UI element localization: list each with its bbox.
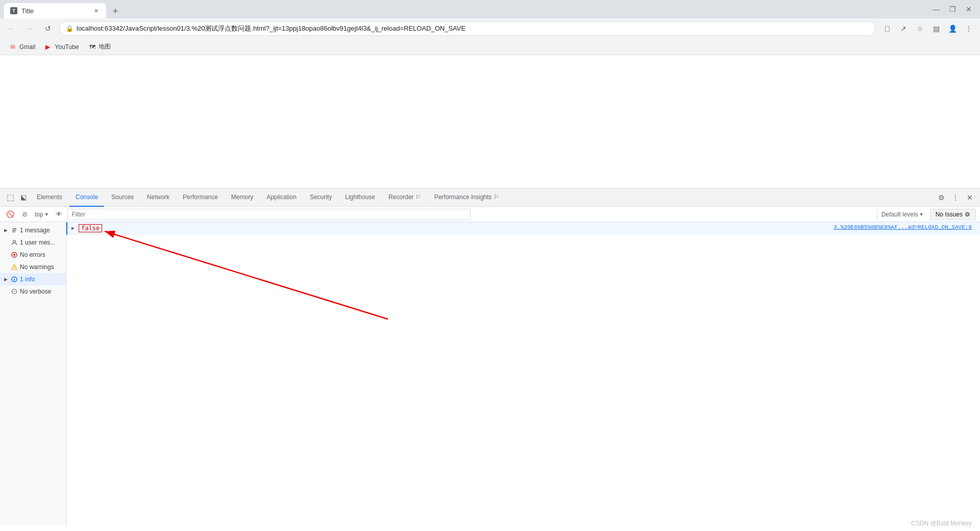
user-messages-icon xyxy=(11,239,18,246)
bookmark-maps[interactable]: 🗺 地图 xyxy=(85,41,115,52)
page-content xyxy=(0,55,980,188)
tab-application[interactable]: Application xyxy=(260,188,303,207)
bookmark-gmail[interactable]: ✉ Gmail xyxy=(6,42,39,52)
no-issues-settings-icon: ⚙ xyxy=(965,211,970,218)
tab-favicon: T xyxy=(10,7,17,14)
context-dropdown-icon: ▼ xyxy=(44,212,49,217)
tab-bar: T Title ✕ + xyxy=(4,0,122,18)
tab-console[interactable]: Console xyxy=(69,188,104,207)
console-source-link[interactable]: 3.%20E6%B5%8B%E8%AF...ad=RELOAD_ON_SAVE:… xyxy=(834,224,972,230)
annotation-arrow xyxy=(66,222,980,525)
bookmark-youtube-label: YouTube xyxy=(55,43,79,51)
tab-close-button[interactable]: ✕ xyxy=(92,7,100,15)
profile-icon[interactable]: 👤 xyxy=(945,21,960,36)
svg-point-9 xyxy=(14,268,14,269)
address-bar: ← → ↺ 🔒 localhost:63342/JavaScript/lesso… xyxy=(0,18,980,39)
bookmark-gmail-label: Gmail xyxy=(19,43,35,51)
row-expand-icon: ▶ xyxy=(71,225,77,231)
console-row-false: ▶ false 3.%20E6%B5%8B%E8%AF...ad=RELOAD_… xyxy=(66,222,980,235)
close-button[interactable]: ✕ xyxy=(962,2,976,16)
forward-button[interactable]: → xyxy=(22,21,37,36)
browser-window: T Title ✕ + — ❐ ✕ ← → ↺ 🔒 localhost:6334… xyxy=(0,0,980,55)
console-filter-icon[interactable]: ⊘ xyxy=(18,208,31,221)
tab-security[interactable]: Security xyxy=(304,188,338,207)
reload-button[interactable]: ↺ xyxy=(41,21,55,36)
tab-sources[interactable]: Sources xyxy=(105,188,140,207)
device-toolbar-icon[interactable]: ⬕ xyxy=(17,191,30,204)
url-bar[interactable]: 🔒 localhost:63342/JavaScript/lesson01/3.… xyxy=(59,21,876,36)
clear-console-icon[interactable]: 🚫 xyxy=(4,208,16,221)
verbose-icon xyxy=(11,288,18,295)
expand-info-icon: ▶ xyxy=(4,277,8,282)
default-levels-label: Default levels xyxy=(881,211,918,218)
no-issues-badge[interactable]: No Issues ⚙ xyxy=(930,209,976,220)
errors-label: No errors xyxy=(20,251,45,258)
tab-network[interactable]: Network xyxy=(141,188,176,207)
tab-elements[interactable]: Elements xyxy=(31,188,68,207)
tab-performance-insights[interactable]: Performance insights ⚐ xyxy=(428,188,505,207)
maximize-button[interactable]: ❐ xyxy=(945,2,960,16)
eye-icon[interactable]: 👁 xyxy=(53,208,65,221)
menu-icon[interactable]: ⋮ xyxy=(962,21,976,36)
console-sidebar: ▶ 1 message ▶ 1 xyxy=(0,222,66,525)
settings-icon[interactable]: ⚙ xyxy=(935,191,947,204)
devtools-panel: ⬚ ⬕ Elements Console Sources Network Per… xyxy=(0,188,980,525)
maps-icon: 🗺 xyxy=(89,43,96,51)
devtools-toolbar: 🚫 ⊘ top ▼ 👁 Default levels ▼ No Issues ⚙ xyxy=(0,207,980,222)
sidebar-item-info[interactable]: ▶ 1 info xyxy=(0,273,66,285)
sidebar-item-messages[interactable]: ▶ 1 message xyxy=(0,224,66,236)
window-controls: — ❐ ✕ xyxy=(929,2,976,16)
new-tab-button[interactable]: + xyxy=(108,4,122,18)
filter-input[interactable] xyxy=(68,209,470,220)
tab-title: Title xyxy=(21,7,88,15)
minimize-button[interactable]: — xyxy=(929,2,943,16)
tab-recorder[interactable]: Recorder ⚐ xyxy=(382,188,427,207)
bookmarks-bar: ✉ Gmail ▶ YouTube 🗺 地图 xyxy=(0,39,980,55)
sidebar-item-warnings[interactable]: ▶ No warnings xyxy=(0,261,66,273)
no-issues-label: No Issues xyxy=(936,211,963,218)
svg-line-16 xyxy=(12,289,13,290)
address-actions: ⎕ ↗ ☆ ▤ 👤 ⋮ xyxy=(880,21,976,36)
watermark: CSDN @Bald Monkey xyxy=(911,520,972,527)
lock-icon: 🔒 xyxy=(66,25,74,32)
context-selector[interactable]: top ▼ xyxy=(33,209,51,220)
gmail-icon: ✉ xyxy=(10,43,17,51)
screen-cast-icon[interactable]: ⎕ xyxy=(880,21,894,36)
filter-wrapper xyxy=(67,209,471,220)
context-label: top xyxy=(35,211,43,218)
youtube-icon: ▶ xyxy=(45,43,53,51)
default-levels-button[interactable]: Default levels ▼ xyxy=(877,209,928,220)
messages-icon xyxy=(11,227,18,234)
sidebar-item-verbose[interactable]: ▶ No verbose xyxy=(0,285,66,298)
bookmark-star-icon[interactable]: ☆ xyxy=(913,21,927,36)
messages-label: 1 message xyxy=(20,227,50,234)
more-options-icon[interactable]: ⋮ xyxy=(949,191,962,204)
tab-memory[interactable]: Memory xyxy=(225,188,259,207)
back-button[interactable]: ← xyxy=(4,21,18,36)
tab-performance[interactable]: Performance xyxy=(177,188,224,207)
share-icon[interactable]: ↗ xyxy=(896,21,911,36)
devtools-header-right: ⚙ ⋮ ✕ xyxy=(935,191,976,204)
sidebar-item-errors[interactable]: ▶ No errors xyxy=(0,249,66,261)
expand-messages-icon: ▶ xyxy=(4,228,8,233)
reader-mode-icon[interactable]: ▤ xyxy=(929,21,943,36)
svg-point-14 xyxy=(14,291,15,292)
console-output: ▶ false 3.%20E6%B5%8B%E8%AF...ad=RELOAD_… xyxy=(66,222,980,525)
devtools-tabs: ⬚ ⬕ Elements Console Sources Network Per… xyxy=(0,188,980,207)
tab-lighthouse[interactable]: Lighthouse xyxy=(339,188,381,207)
info-icon xyxy=(11,276,18,283)
warnings-label: No warnings xyxy=(20,263,54,271)
info-label: 1 info xyxy=(20,276,35,283)
svg-point-12 xyxy=(14,278,14,278)
svg-point-3 xyxy=(13,240,16,243)
verbose-label: No verbose xyxy=(20,288,51,295)
sidebar-item-user-messages[interactable]: ▶ 1 user mes... xyxy=(0,236,66,249)
inspect-element-icon[interactable]: ⬚ xyxy=(4,191,16,204)
svg-line-15 xyxy=(16,289,16,290)
svg-line-18 xyxy=(105,231,388,319)
active-tab[interactable]: T Title ✕ xyxy=(4,3,106,18)
user-messages-label: 1 user mes... xyxy=(20,239,55,246)
bookmark-youtube[interactable]: ▶ YouTube xyxy=(41,42,83,52)
close-devtools-icon[interactable]: ✕ xyxy=(964,191,976,204)
url-text: localhost:63342/JavaScript/lesson01/3.%2… xyxy=(77,24,869,33)
